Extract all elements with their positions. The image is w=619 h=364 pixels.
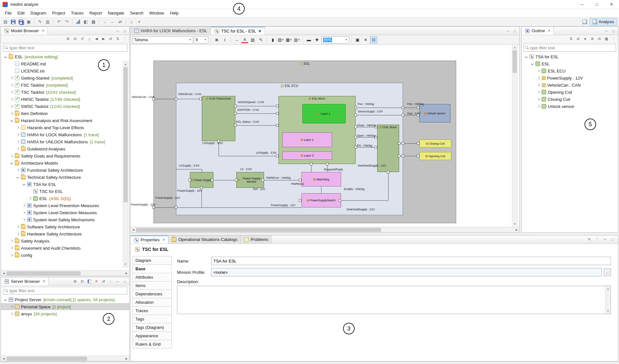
- chevron-right-icon[interactable]: [10, 105, 13, 108]
- port[interactable]: [310, 163, 312, 165]
- chevron-right-icon[interactable]: [16, 140, 19, 143]
- maximize-view-icon[interactable]: □: [609, 236, 616, 243]
- layer-1-block[interactable]: Layer 1: [302, 104, 346, 123]
- tree-item-guideword-analyses[interactable]: Guideword Analyses: [1, 145, 129, 152]
- close-icon[interactable]: ✕: [162, 238, 165, 242]
- view-menu-icon[interactable]: ⋮: [610, 36, 617, 42]
- port[interactable]: [398, 142, 400, 145]
- fill-color-button[interactable]: ▧: [249, 36, 256, 43]
- chevron-down-icon[interactable]: [10, 162, 13, 164]
- port[interactable]: [417, 106, 419, 109]
- tab-properties[interactable]: Properties✕: [131, 235, 168, 244]
- minimize-view-icon[interactable]: ─: [602, 236, 608, 243]
- chevron-down-icon[interactable]: [23, 183, 25, 186]
- chevron-down-icon[interactable]: [531, 62, 534, 65]
- tree-item-hazard-analysis-and-risk-assessment[interactable]: Hazard Analysis and Risk Assessment: [1, 117, 129, 124]
- chevron-down-icon[interactable]: [16, 176, 19, 178]
- menu-navigate[interactable]: Navigate: [105, 9, 127, 17]
- distribute-button[interactable]: ▦▼: [285, 36, 292, 43]
- tree-item-hardware-safety-architecture[interactable]: Hardware Safety Architecture: [1, 230, 129, 237]
- collapse-all-icon[interactable]: ⊟: [72, 36, 78, 42]
- port[interactable]: [175, 206, 177, 209]
- port[interactable]: [354, 126, 357, 128]
- open-perspective-icon[interactable]: [581, 18, 588, 25]
- tree-item-closing-coil[interactable]: Closing Coil: [522, 96, 618, 103]
- pin-editor-icon[interactable]: ✎: [586, 236, 593, 243]
- port[interactable]: [402, 114, 404, 116]
- layer-2-block[interactable]: Layer 2: [282, 132, 332, 147]
- tree-item-software-safety-architecture[interactable]: Software Safety Architecture: [1, 223, 129, 230]
- category-items[interactable]: Items: [133, 281, 172, 290]
- tree-item-tsc-tasklist[interactable]: TSC Tasklist[32/41 checked]: [1, 89, 129, 96]
- port[interactable]: [276, 155, 279, 157]
- outline-filter-input[interactable]: [530, 45, 614, 50]
- name-field[interactable]: [211, 257, 611, 265]
- port[interactable]: [200, 187, 203, 189]
- port[interactable]: [402, 142, 404, 145]
- model-browser-hscrollbar[interactable]: ◀ ▶: [1, 270, 129, 276]
- filter-icon[interactable]: ▼: [582, 36, 588, 42]
- delete-icon[interactable]: ✕: [93, 278, 100, 285]
- new-icon[interactable]: ▤: [2, 18, 9, 25]
- line-color-button[interactable]: ✎: [257, 36, 264, 43]
- menu-search[interactable]: Search: [127, 9, 146, 17]
- chevron-right-icon[interactable]: [10, 305, 13, 308]
- chevron-right-icon[interactable]: [16, 126, 19, 129]
- port[interactable]: [189, 179, 191, 181]
- tree-item-hwsc-tasklist[interactable]: HWSC Tasklist[17/48 checked]: [1, 96, 129, 103]
- layout-icon[interactable]: ▦: [603, 36, 610, 42]
- close-button[interactable]: ✕: [604, 0, 619, 9]
- view-menu-icon[interactable]: ⋮: [594, 236, 600, 243]
- tree-item-functional-safety-architecture[interactable]: Functional Safety Architecture: [1, 167, 129, 174]
- chevron-right-icon[interactable]: [16, 225, 19, 228]
- model-browser-vscrollbar[interactable]: ▲ ▼: [123, 61, 128, 267]
- chevron-right-icon[interactable]: [10, 312, 13, 315]
- italic-button[interactable]: I: [221, 36, 228, 43]
- font-size-combo[interactable]: 9▼: [194, 36, 208, 43]
- description-scrollbar[interactable]: ▲ ▼: [605, 286, 611, 314]
- fit-page-button[interactable]: ▣: [354, 36, 361, 43]
- edit-icon[interactable]: ✎: [36, 18, 44, 25]
- port[interactable]: [276, 105, 279, 107]
- select-tool-button[interactable]: ▮: [269, 36, 276, 43]
- port[interactable]: [354, 106, 357, 109]
- tree-item-esl-ecu[interactable]: ESL ECU: [522, 67, 618, 74]
- grid-icon[interactable]: ▦: [90, 18, 97, 25]
- toggle-grid-button[interactable]: ⊡: [370, 36, 377, 43]
- back-icon[interactable]: ◀: [93, 36, 100, 42]
- category-rulers-grid[interactable]: Rulers & Grid: [133, 340, 172, 349]
- collapse-all-icon[interactable]: ⊟: [596, 36, 603, 42]
- view-menu-icon[interactable]: ⋮: [122, 36, 128, 42]
- mission-profile-browse-button[interactable]: ...: [604, 268, 611, 276]
- minimize-view-icon[interactable]: ─: [114, 278, 121, 285]
- menu-file[interactable]: File: [2, 9, 15, 17]
- chevron-right-icon[interactable]: [10, 84, 13, 86]
- chevron-right-icon[interactable]: [23, 211, 25, 214]
- tree-item-system-level-prevention-measures[interactable]: System Level Prevention Measures: [1, 202, 129, 209]
- category-traces[interactable]: Traces: [133, 306, 172, 315]
- maximize-view-icon[interactable]: □: [122, 28, 128, 34]
- zoom-combo[interactable]: 65%▼: [321, 36, 349, 43]
- port[interactable]: [417, 155, 419, 157]
- close-icon[interactable]: ✕: [258, 29, 262, 34]
- chevron-right-icon[interactable]: [10, 77, 13, 79]
- tab-problems[interactable]: Problems: [241, 235, 271, 244]
- port[interactable]: [299, 199, 301, 202]
- minimize-button[interactable]: ─: [575, 0, 589, 9]
- close-icon[interactable]: ✕: [42, 29, 44, 33]
- editor-vscrollbar[interactable]: ▲ ▼: [512, 44, 517, 227]
- menu-window[interactable]: Window: [146, 9, 167, 17]
- port[interactable]: [398, 155, 400, 157]
- zoom-in-icon[interactable]: ✚: [313, 36, 320, 43]
- port[interactable]: [417, 142, 419, 145]
- tree-item-safety-goals-and-requirements[interactable]: Safety Goals and Requirements: [1, 152, 129, 159]
- chevron-right-icon[interactable]: [10, 155, 13, 157]
- tab-tsc-for-esl[interactable]: TSC for ESL - ESL ✕: [211, 27, 265, 35]
- import-icon[interactable]: →: [101, 18, 108, 25]
- tree-item-assesment-and-audit-checklists[interactable]: Assesment and Audit Checklists: [1, 244, 129, 252]
- power-supply-switch-block[interactable]: PowerSupplySwitch: [301, 193, 341, 207]
- unlock-sensor-block[interactable]: Unlock sensor: [419, 104, 450, 122]
- add-server-icon[interactable]: ⊞: [72, 278, 78, 285]
- link-icon[interactable]: ⇄: [100, 278, 107, 285]
- chevron-right-icon[interactable]: [10, 98, 13, 101]
